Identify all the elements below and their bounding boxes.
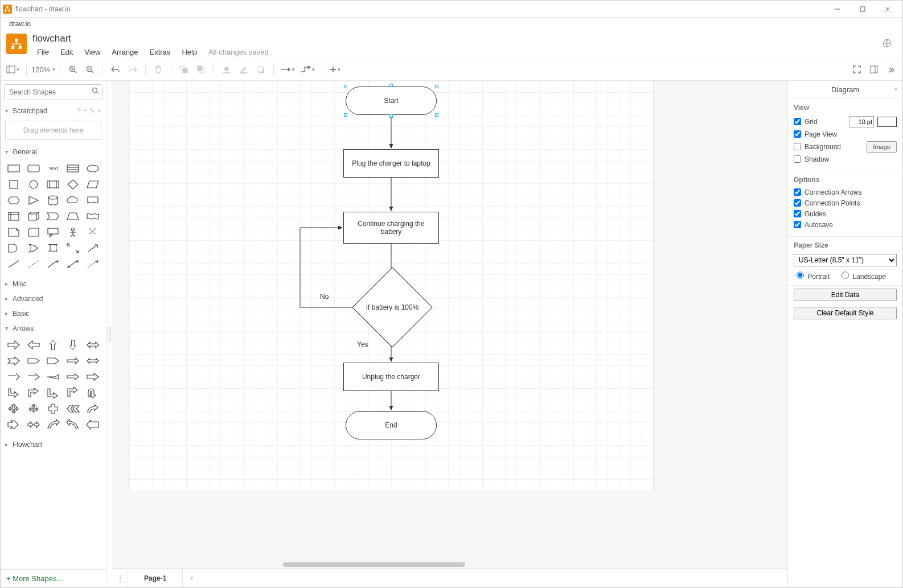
arrow-bent-3[interactable] <box>44 386 62 400</box>
shape-rounded-rect[interactable] <box>25 162 43 175</box>
arrow-open-r2[interactable] <box>25 370 43 384</box>
page[interactable]: Start Plug the charger to laptop Continu… <box>129 81 653 491</box>
arrow-curve-l[interactable] <box>64 418 82 431</box>
portrait-radio[interactable] <box>797 272 804 279</box>
background-checkbox[interactable] <box>794 143 801 150</box>
menu-file[interactable]: File <box>32 47 54 57</box>
background-image-button[interactable]: Image <box>867 141 897 153</box>
shape-line-dashed[interactable] <box>25 257 43 271</box>
grid-color-swatch[interactable] <box>877 117 897 127</box>
language-icon[interactable] <box>882 38 892 50</box>
guides-checkbox[interactable] <box>794 210 801 217</box>
shape-square[interactable] <box>5 178 23 191</box>
shape-hexagon[interactable] <box>5 194 23 207</box>
advanced-section-header[interactable]: ▸Advanced <box>1 291 106 306</box>
shape-callout[interactable] <box>44 225 62 239</box>
flowchart-section-header[interactable]: ▸Flowchart <box>1 437 106 452</box>
selection-handle[interactable] <box>344 85 347 88</box>
search-shapes-input[interactable] <box>4 84 102 100</box>
arrow-block-r[interactable] <box>25 354 43 368</box>
menu-help[interactable]: Help <box>177 47 202 57</box>
waypoints-dropdown[interactable]: ▾ <box>298 61 317 77</box>
arrow-s1[interactable] <box>5 418 23 431</box>
more-shapes-button[interactable]: + More Shapes... <box>1 569 106 587</box>
general-section-header[interactable]: ▾General <box>1 145 106 159</box>
arrow-open-r[interactable] <box>5 370 23 384</box>
page-tabs-menu[interactable]: ⋮ <box>112 569 128 587</box>
edge-label-no[interactable]: No <box>320 293 329 301</box>
shape-textbox[interactable] <box>64 162 82 175</box>
arrow-thin-lr[interactable] <box>84 354 101 368</box>
arrow-s2[interactable] <box>25 418 43 431</box>
zoom-dropdown[interactable]: 120%▾ <box>31 65 55 74</box>
shape-trapezoid[interactable] <box>64 209 82 223</box>
scratchpad-help-icon[interactable]: ? <box>77 107 81 115</box>
format-panel-close-icon[interactable]: × <box>893 85 898 93</box>
document-title[interactable]: flowchart <box>32 34 273 44</box>
redo-button[interactable] <box>125 61 141 77</box>
shape-and[interactable] <box>5 241 23 255</box>
shape-document[interactable] <box>84 194 101 207</box>
window-maximize-button[interactable] <box>850 1 875 17</box>
connection-dropdown[interactable]: ▾ <box>278 61 297 77</box>
shape-text[interactable]: Text <box>44 162 62 175</box>
node-decision[interactable]: If battery is 100% <box>352 279 432 336</box>
selection-handle[interactable] <box>389 84 393 87</box>
portrait-radio-label[interactable]: Portrait <box>794 270 830 281</box>
selection-handle[interactable] <box>389 114 393 118</box>
arrow-chevr[interactable] <box>64 402 82 416</box>
menu-arrange[interactable]: Arrange <box>107 47 142 57</box>
shape-step[interactable] <box>44 209 62 223</box>
shape-triangle[interactable] <box>25 194 43 207</box>
collapse-button[interactable] <box>883 61 899 77</box>
node-end[interactable]: End <box>346 411 437 439</box>
format-panel-toggle[interactable] <box>866 61 882 77</box>
node-start[interactable]: Start <box>346 87 437 115</box>
to-back-button[interactable] <box>193 61 209 77</box>
arrow-quad[interactable] <box>5 402 23 416</box>
clear-default-style-button[interactable]: Clear Default Style <box>794 307 897 319</box>
pageview-checkbox[interactable] <box>794 130 801 138</box>
connection-arrows-checkbox[interactable] <box>794 188 801 196</box>
shape-parallelogram[interactable] <box>84 178 101 191</box>
shape-actor[interactable] <box>64 225 82 239</box>
arrow-tri[interactable] <box>25 402 43 416</box>
undo-button[interactable] <box>108 61 124 77</box>
selection-handle[interactable] <box>435 85 438 88</box>
shape-arrow-ne[interactable] <box>84 241 101 255</box>
view-dropdown[interactable]: ▾ <box>4 61 22 77</box>
landscape-radio[interactable] <box>842 272 849 279</box>
menu-extras[interactable]: Extras <box>145 47 175 57</box>
sidebar-splitter[interactable] <box>106 81 112 587</box>
arrow-bent-2[interactable] <box>25 386 43 400</box>
insert-dropdown[interactable]: ▾ <box>327 61 343 77</box>
canvas[interactable]: Start Plug the charger to laptop Continu… <box>112 81 787 568</box>
arrow-open-r5[interactable] <box>84 370 101 384</box>
shape-tape[interactable] <box>84 209 101 223</box>
arrow-jump[interactable] <box>84 402 101 416</box>
misc-section-header[interactable]: ▸Misc <box>1 277 106 291</box>
arrow-u[interactable] <box>84 386 101 400</box>
arrow-bent-1[interactable] <box>5 386 23 400</box>
shape-edge-2[interactable] <box>64 257 82 271</box>
arrow-left[interactable] <box>25 338 43 352</box>
arrow-thin-r[interactable] <box>64 354 82 368</box>
shape-or[interactable] <box>25 241 43 255</box>
arrow-plus[interactable] <box>44 402 62 416</box>
shadow-checkbox[interactable] <box>794 155 801 163</box>
shape-diamond[interactable] <box>64 178 82 191</box>
paper-size-select[interactable]: US-Letter (8,5" x 11") <box>794 254 897 266</box>
shape-process[interactable] <box>44 178 62 191</box>
arrows-section-header[interactable]: ▾Arrows <box>1 321 106 336</box>
horizontal-scrollbar[interactable] <box>283 562 465 567</box>
scratchpad-dropzone[interactable]: Drag elements here <box>5 121 101 140</box>
shape-ellipse[interactable] <box>84 162 101 175</box>
fullscreen-button[interactable] <box>849 61 865 77</box>
window-minimize-button[interactable] <box>825 1 850 17</box>
page-tab-1[interactable]: Page-1 <box>128 569 183 587</box>
shape-cube[interactable] <box>25 209 43 223</box>
arrow-bent-4[interactable] <box>64 386 82 400</box>
edge-label-yes[interactable]: Yes <box>357 340 368 348</box>
grid-size-input[interactable] <box>849 116 874 128</box>
arrow-block-r2[interactable] <box>44 354 62 368</box>
